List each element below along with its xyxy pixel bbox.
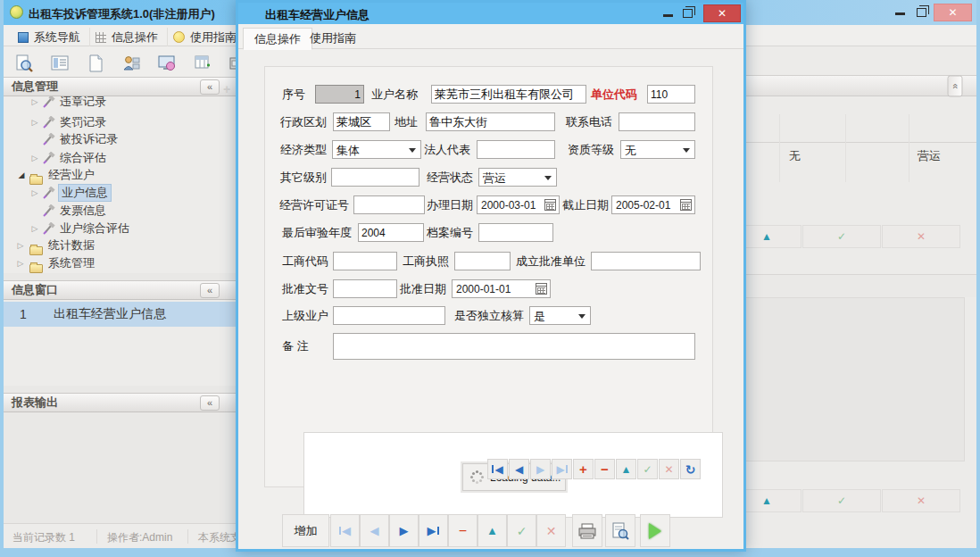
preview-icon (611, 522, 629, 540)
execute-button[interactable] (640, 514, 670, 547)
pizhun-wenhao-input[interactable] (333, 279, 397, 298)
table-add-button[interactable] (186, 50, 220, 77)
info-window-list: 1 出租车经营业户信息 (4, 300, 236, 386)
toolbar-delete-button[interactable]: − (448, 514, 478, 547)
preview-button[interactable] (605, 514, 635, 547)
banli-riqi-date[interactable]: 2000-03-01 (477, 195, 560, 214)
dialog-titlebar[interactable]: 出租车经营业户信息 ✕ (238, 3, 743, 24)
expander-icon[interactable]: ▷ (30, 224, 39, 233)
qita-jibie-input[interactable] (331, 168, 419, 187)
yehu-mingcheng-input[interactable] (431, 85, 586, 104)
bg-cancel-button-2[interactable]: ✕ (882, 489, 960, 512)
dizhi-input[interactable] (426, 112, 555, 131)
toolbar-first-button[interactable]: ◀ (330, 514, 360, 547)
main-tab-system-nav[interactable]: 系统导航 (9, 28, 90, 46)
lianxi-dianhua-input[interactable] (619, 112, 695, 131)
tree-item-statistics[interactable]: ▷ 统计数据 (4, 237, 236, 254)
panel-header-info-manage: 信息管理 « + (4, 77, 236, 96)
dialog-close-button[interactable]: ✕ (703, 4, 741, 22)
main-tab-guide[interactable]: 使用指南 (164, 28, 246, 46)
bg-post-button-2[interactable]: ✓ (802, 489, 881, 512)
cross-icon: ✕ (546, 524, 557, 538)
bg-post-button[interactable]: ✓ (802, 225, 881, 248)
jingying-zhuangtai-combo[interactable]: 营运 (478, 168, 557, 187)
new-document-button[interactable] (79, 50, 112, 77)
printer-icon (577, 523, 597, 539)
shangji-yehu-input[interactable] (333, 306, 445, 325)
print-button[interactable] (572, 514, 602, 547)
monitor-button[interactable] (150, 50, 184, 77)
tree-item-violation-records[interactable]: ▷ 违章记录 (4, 96, 236, 111)
collapse-left-icon[interactable]: « (200, 79, 220, 95)
add-button[interactable]: 增加 (282, 514, 329, 547)
expander-icon[interactable]: ▷ (30, 154, 39, 162)
chevron-down-icon (544, 176, 552, 180)
gongshang-daima-input[interactable] (333, 252, 397, 270)
calendar-icon[interactable] (544, 199, 556, 211)
faren-daibiao-input[interactable] (477, 140, 555, 159)
report-output-area (4, 412, 236, 523)
tree-item-operator-info[interactable]: ▷ 业户信息 (4, 184, 236, 202)
main-restore-button[interactable] (917, 8, 926, 17)
expander-icon[interactable]: ▷ (30, 118, 39, 127)
status-separator (96, 529, 97, 544)
jingji-leixing-combo[interactable]: 集体 (332, 140, 421, 159)
xuhao-input (315, 85, 364, 104)
field-label: 备 注 (282, 337, 309, 355)
jiezhi-riqi-date[interactable]: 2005-02-01 (611, 195, 695, 214)
next-record-icon: ▶ (400, 524, 409, 537)
search-records-button[interactable] (7, 50, 41, 77)
expander-icon[interactable]: ◢ (17, 170, 26, 179)
tree-item-operator-eval[interactable]: ▷ 业户综合评估 (4, 220, 236, 237)
zuihou-shenyan-input[interactable] (358, 223, 424, 242)
tree-item-invoice-info[interactable]: 发票信息 (4, 202, 236, 220)
calendar-icon[interactable] (680, 199, 692, 211)
collapse-left-icon[interactable]: « (200, 395, 220, 411)
users-button[interactable] (114, 50, 148, 77)
toolbar-edit-button[interactable]: ▲ (478, 514, 507, 547)
list-view-button[interactable] (43, 50, 77, 77)
main-close-button[interactable]: ✕ (934, 4, 972, 21)
chengli-pizhun-input[interactable] (591, 252, 701, 270)
duli-hesuan-combo[interactable]: 是 (529, 306, 591, 325)
toolbar-prev-button[interactable]: ◀ (360, 514, 389, 547)
expander-icon[interactable]: ▷ (16, 241, 25, 250)
toolbar-next-button[interactable]: ▶ (389, 514, 419, 547)
toolbar-cancel-button[interactable]: ✕ (536, 514, 566, 547)
tree-item-reward-records[interactable]: ▷ 奖罚记录 (4, 113, 236, 131)
dialog-maximize-button[interactable] (683, 9, 693, 18)
calendar-icon[interactable] (536, 283, 547, 295)
dangan-bianhao-input[interactable] (478, 223, 553, 242)
gongshang-zhizhao-input[interactable] (454, 252, 511, 270)
field-label-required: 单位代码 (591, 85, 637, 104)
pizhun-riqi-date[interactable]: 2000-01-01 (452, 279, 551, 298)
wand-icon (43, 133, 55, 148)
main-window-title: 出租车投诉管理系统1.0(非注册用户) (29, 6, 215, 22)
tree-item-system-manage[interactable]: ▷ 系统管理 (4, 254, 236, 272)
expander-icon[interactable]: ▷ (30, 188, 39, 197)
main-minimize-button[interactable] (895, 12, 905, 15)
collapse-up-icon[interactable]: « (948, 76, 963, 97)
xingzheng-quhua-input[interactable] (333, 112, 390, 131)
wand-icon (43, 187, 55, 202)
toolbar-last-button[interactable]: ▶ (419, 514, 448, 547)
check-icon: ✓ (517, 524, 527, 538)
field-label: 最后审验年度 (282, 223, 352, 242)
field-label: 序号 (282, 85, 305, 104)
info-window-row-selected[interactable]: 1 出租车经营业户信息 (4, 302, 236, 327)
zizhi-dengji-combo[interactable]: 无 (620, 140, 695, 159)
tree-item-comprehensive-eval[interactable]: ▷ 综合评估 (4, 149, 236, 167)
jingying-xukezheng-input[interactable] (353, 195, 425, 214)
tree-item-business-operators[interactable]: ◢ 经营业户 (4, 166, 236, 184)
dialog-tab-guide[interactable]: 使用指南 (299, 28, 367, 50)
main-tab-info-op[interactable]: 信息操作 (87, 28, 168, 46)
collapse-left-icon[interactable]: « (200, 283, 220, 298)
bg-cancel-button[interactable]: ✕ (882, 225, 960, 248)
expander-icon[interactable]: ▷ (30, 97, 39, 106)
danwei-daima-input[interactable] (647, 85, 695, 104)
dialog-minimize-button[interactable] (663, 14, 673, 17)
toolbar-post-button[interactable]: ✓ (507, 514, 536, 547)
expander-icon[interactable]: ▷ (16, 259, 25, 268)
tree-item-complained-records[interactable]: 被投诉记录 (4, 130, 236, 148)
beizhu-input[interactable] (333, 333, 695, 360)
